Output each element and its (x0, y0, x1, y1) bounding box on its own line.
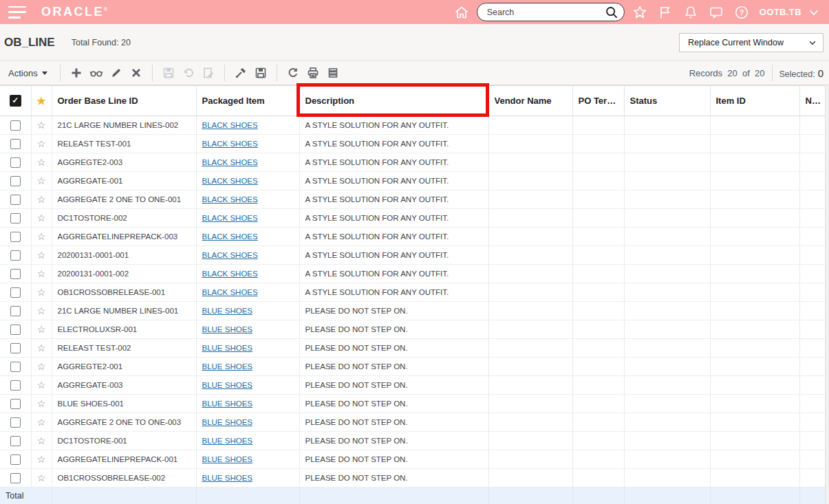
row-favorite-icon[interactable] (37, 268, 46, 279)
packaged-item-link[interactable]: BLUE SHOES (202, 418, 253, 426)
row-checkbox[interactable] (10, 269, 21, 279)
column-header-nlt[interactable]: NLT (799, 86, 825, 116)
packaged-item-link[interactable]: BLACK SHOES (202, 288, 258, 296)
search-box (477, 3, 625, 21)
home-icon[interactable] (453, 4, 470, 21)
cell-item-id (710, 246, 799, 265)
actions-menu-button[interactable]: Actions (6, 65, 53, 81)
row-checkbox[interactable] (10, 436, 21, 446)
column-header-packaged-item[interactable]: Packaged Item (196, 86, 299, 116)
row-checkbox[interactable] (10, 213, 21, 223)
packaged-item-link[interactable]: BLACK SHOES (202, 177, 258, 185)
row-checkbox[interactable] (10, 139, 21, 149)
delete-icon[interactable] (127, 64, 145, 82)
packaged-item-link[interactable]: BLUE SHOES (202, 474, 253, 482)
packaged-item-link[interactable]: BLACK SHOES (202, 270, 258, 278)
packaged-item-link[interactable]: BLUE SHOES (202, 344, 253, 352)
row-checkbox[interactable] (10, 306, 21, 316)
packaged-item-link[interactable]: BLUE SHOES (202, 381, 253, 389)
search-icon[interactable] (605, 6, 618, 19)
column-header-vendor-name[interactable]: Vendor Name (488, 86, 572, 116)
row-checkbox[interactable] (10, 232, 21, 242)
packaged-item-link[interactable]: BLACK SHOES (202, 251, 258, 259)
packaged-item-link[interactable]: BLACK SHOES (202, 140, 258, 148)
save-layout-icon[interactable] (252, 64, 270, 82)
packaged-item-link[interactable]: BLUE SHOES (202, 362, 253, 371)
packaged-item-link[interactable]: BLUE SHOES (202, 307, 253, 315)
row-favorite-icon[interactable] (37, 250, 46, 261)
undo-icon[interactable] (180, 64, 197, 82)
row-favorite-icon[interactable] (37, 305, 46, 316)
row-favorite-icon[interactable] (37, 435, 46, 446)
row-favorite-icon[interactable] (37, 398, 46, 409)
flag-icon[interactable] (657, 4, 674, 21)
row-favorite-icon[interactable] (37, 342, 46, 353)
row-favorite-icon[interactable] (37, 175, 46, 186)
row-checkbox[interactable] (10, 325, 21, 335)
row-checkbox[interactable] (10, 195, 21, 205)
packaged-item-link[interactable]: BLACK SHOES (202, 232, 258, 241)
row-favorite-icon[interactable] (37, 454, 46, 465)
row-favorite-icon[interactable] (37, 194, 46, 205)
view-icon[interactable] (87, 64, 105, 82)
row-checkbox[interactable] (10, 473, 21, 483)
search-input[interactable] (487, 8, 605, 17)
packaged-item-link[interactable]: BLUE SHOES (202, 325, 253, 333)
row-favorite-icon[interactable] (37, 417, 46, 428)
favorites-icon[interactable] (632, 4, 648, 21)
row-favorite-icon[interactable] (37, 138, 46, 149)
row-checkbox[interactable] (10, 343, 21, 353)
column-header-item-id[interactable]: Item ID (710, 86, 799, 116)
row-favorite-icon[interactable] (37, 212, 46, 223)
cell-nlt (799, 246, 825, 265)
add-icon[interactable] (67, 64, 85, 82)
print-icon[interactable] (304, 64, 322, 82)
row-favorite-icon[interactable] (37, 472, 46, 483)
row-checkbox[interactable] (10, 250, 21, 261)
vertical-scrollbar[interactable] (825, 85, 829, 504)
row-checkbox[interactable] (10, 417, 21, 428)
tools-icon[interactable] (232, 64, 250, 82)
edit-note-icon[interactable] (200, 64, 217, 82)
row-checkbox[interactable] (10, 176, 21, 186)
packaged-item-link[interactable]: BLACK SHOES (202, 158, 258, 166)
refresh-icon[interactable] (284, 64, 302, 82)
user-menu[interactable]: OOTB.TB (760, 7, 801, 17)
packaged-item-link[interactable]: BLUE SHOES (202, 437, 253, 445)
help-icon[interactable]: ? (733, 4, 750, 21)
edit-icon[interactable] (107, 64, 125, 82)
row-checkbox[interactable] (10, 454, 21, 465)
packaged-item-link[interactable]: BLACK SHOES (202, 121, 258, 129)
packaged-item-link[interactable]: BLUE SHOES (202, 399, 253, 408)
packaged-item-link[interactable]: BLUE SHOES (202, 455, 253, 463)
select-all-checkbox[interactable] (10, 95, 21, 107)
column-header-description[interactable]: Description (299, 86, 488, 116)
row-checkbox[interactable] (10, 120, 21, 131)
packaged-item-link[interactable]: BLACK SHOES (202, 214, 258, 222)
cell-description: PLEASE DO NOT STEP ON. (299, 302, 488, 320)
save-icon[interactable] (160, 64, 177, 82)
row-favorite-icon[interactable] (37, 231, 46, 242)
detach-icon[interactable] (324, 64, 342, 82)
row-favorite-icon[interactable] (37, 287, 46, 298)
row-favorite-icon[interactable] (37, 380, 46, 391)
row-favorite-icon[interactable] (37, 361, 46, 372)
window-mode-select[interactable]: Replace Current Window (679, 33, 823, 52)
row-checkbox[interactable] (10, 362, 21, 372)
menu-icon[interactable] (8, 6, 26, 19)
messages-icon[interactable] (708, 4, 724, 21)
chevron-down-icon[interactable] (806, 4, 822, 21)
row-checkbox[interactable] (10, 287, 21, 298)
row-favorite-icon[interactable] (37, 120, 46, 131)
row-checkbox[interactable] (10, 399, 21, 409)
row-favorite-icon[interactable] (37, 324, 46, 335)
packaged-item-link[interactable]: BLACK SHOES (202, 195, 258, 204)
cell-order-base-line-id: RELEAST TEST-001 (52, 135, 196, 153)
notifications-icon[interactable] (682, 4, 699, 21)
row-checkbox[interactable] (10, 380, 21, 391)
column-header-po-terms[interactable]: PO Terms (572, 86, 624, 116)
row-favorite-icon[interactable] (37, 157, 46, 168)
row-checkbox[interactable] (10, 157, 21, 168)
column-header-order-base-line-id[interactable]: Order Base Line ID (52, 86, 196, 116)
column-header-status[interactable]: Status (624, 86, 710, 116)
